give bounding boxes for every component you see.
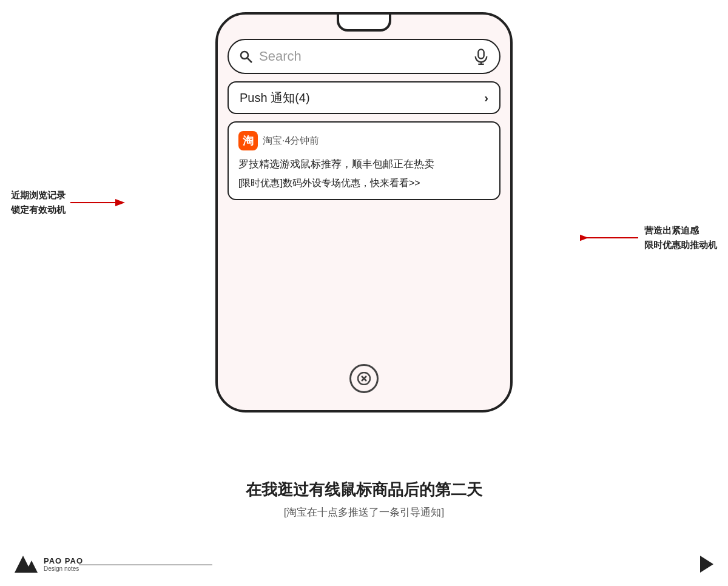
- phone-content: Search Push 通知(4) › 淘 淘宝·: [228, 39, 500, 398]
- phone-frame: Search Push 通知(4) › 淘 淘宝·: [215, 12, 513, 413]
- annotation-right: 营造出紧迫感 限时优惠助推动机: [580, 223, 717, 252]
- mic-icon[interactable]: [473, 48, 490, 65]
- taobao-icon: 淘: [238, 131, 258, 150]
- phone-mockup: Search Push 通知(4) › 淘 淘宝·: [215, 12, 513, 425]
- bottom-section: 在我逛过有线鼠标商品后的第二天 [淘宝在十点多推送了一条引导通知]: [0, 479, 728, 519]
- logo-brand: PAO PAO Design notes: [44, 556, 83, 572]
- footer-right-arrow: [700, 556, 713, 573]
- search-placeholder: Search: [259, 49, 473, 64]
- close-button-area[interactable]: [349, 364, 379, 393]
- phone-notch: [337, 15, 391, 32]
- search-bar[interactable]: Search: [228, 39, 500, 74]
- annot-left-line2: 锁定有效动机: [11, 203, 66, 217]
- notification-card[interactable]: 淘 淘宝·4分钟前 罗技精选游戏鼠标推荐，顺丰包邮正在热卖 [限时优惠]数码外设…: [228, 121, 500, 200]
- push-arrow: ›: [484, 91, 488, 105]
- notif-source: 淘宝·4分钟前: [263, 135, 319, 147]
- brand-name: PAO PAO: [44, 556, 83, 565]
- main-title: 在我逛过有线鼠标商品后的第二天: [0, 479, 728, 500]
- svg-rect-2: [478, 49, 484, 58]
- notif-promo: [限时优惠]数码外设专场优惠，快来看看>>: [238, 176, 490, 190]
- svg-line-1: [248, 58, 252, 62]
- annot-left-line1: 近期浏览记录: [11, 188, 66, 203]
- notif-header: 淘 淘宝·4分钟前: [238, 131, 490, 150]
- right-arrow-svg: [580, 229, 641, 247]
- close-icon: [357, 372, 371, 385]
- push-notification-row[interactable]: Push 通知(4) ›: [228, 81, 500, 114]
- notif-title: 罗技精选游戏鼠标推荐，顺丰包邮正在热卖: [238, 157, 490, 172]
- search-icon: [238, 49, 253, 64]
- footer: PAO PAO Design notes: [15, 556, 83, 573]
- left-arrow-svg: [68, 194, 129, 212]
- annotation-left: 近期浏览记录 锁定有效动机: [11, 188, 129, 217]
- svg-point-0: [241, 52, 248, 59]
- logo-triangles: [15, 556, 38, 573]
- annot-right-line2: 限时优惠助推动机: [644, 238, 717, 252]
- brand-sub: Design notes: [44, 565, 83, 572]
- annot-right-line1: 营造出紧迫感: [644, 223, 717, 238]
- push-label: Push 通知(4): [240, 90, 310, 106]
- close-button[interactable]: [349, 364, 379, 393]
- sub-title: [淘宝在十点多推送了一条引导通知]: [0, 505, 728, 519]
- footer-divider: [79, 564, 212, 566]
